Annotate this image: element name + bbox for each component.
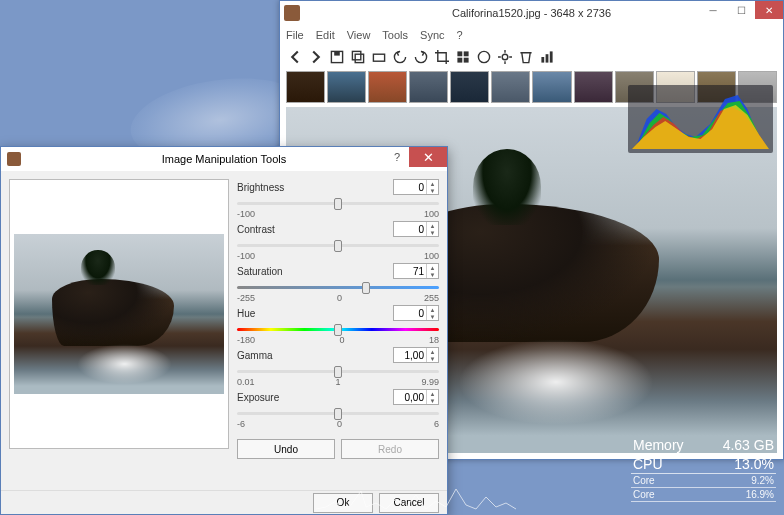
rotate-cw-icon[interactable] <box>412 48 430 66</box>
forward-icon[interactable] <box>307 48 325 66</box>
dialog-titlebar[interactable]: Image Manipulation Tools ? ✕ <box>1 147 447 171</box>
hue-input[interactable] <box>394 306 426 320</box>
brightness-spinbox[interactable]: ▲▼ <box>393 179 439 195</box>
thumbnail[interactable] <box>409 71 448 103</box>
exposure-thumb[interactable] <box>334 408 342 420</box>
open-icon[interactable] <box>370 48 388 66</box>
spin-up-icon[interactable]: ▲ <box>427 306 438 313</box>
svg-rect-11 <box>541 57 544 63</box>
exposure-input[interactable] <box>394 390 426 404</box>
menu-tools[interactable]: Tools <box>382 29 408 41</box>
spin-up-icon[interactable]: ▲ <box>427 348 438 355</box>
contrast-input[interactable] <box>394 222 426 236</box>
spin-down-icon[interactable]: ▼ <box>427 229 438 236</box>
spin-down-icon[interactable]: ▼ <box>427 271 438 278</box>
toolbar <box>280 45 783 69</box>
chart-icon[interactable] <box>538 48 556 66</box>
histogram-overlay[interactable] <box>628 85 773 153</box>
save-icon[interactable] <box>328 48 346 66</box>
undo-button[interactable]: Undo <box>237 439 335 459</box>
thumbnail[interactable] <box>286 71 325 103</box>
gamma-input[interactable] <box>394 348 426 362</box>
redo-button[interactable]: Redo <box>341 439 439 459</box>
svg-rect-5 <box>457 51 462 56</box>
slider-contrast: Contrast ▲▼ -100100 <box>237 221 439 261</box>
minimize-button[interactable]: ─ <box>699 1 727 19</box>
close-button[interactable]: ✕ <box>755 1 783 19</box>
memory-value: 4.63 GB <box>723 437 774 453</box>
gamma-thumb[interactable] <box>334 366 342 378</box>
spin-up-icon[interactable]: ▲ <box>427 222 438 229</box>
cpu-label: CPU <box>633 456 663 472</box>
dialog-title: Image Manipulation Tools <box>162 153 287 165</box>
spin-down-icon[interactable]: ▼ <box>427 187 438 194</box>
saturation-label: Saturation <box>237 266 283 277</box>
app-icon <box>284 5 300 21</box>
hue-track[interactable] <box>237 322 439 336</box>
spin-up-icon[interactable]: ▲ <box>427 390 438 397</box>
brightness-label: Brightness <box>237 182 284 193</box>
slider-panel: Brightness ▲▼ -100100 Contrast ▲▼ -10010… <box>237 179 439 482</box>
dialog-help-button[interactable]: ? <box>385 147 409 167</box>
thumbnail[interactable] <box>368 71 407 103</box>
menubar: File Edit View Tools Sync ? <box>280 25 783 45</box>
svg-rect-7 <box>457 58 462 63</box>
crop-icon[interactable] <box>433 48 451 66</box>
exposure-spinbox[interactable]: ▲▼ <box>393 389 439 405</box>
saturation-spinbox[interactable]: ▲▼ <box>393 263 439 279</box>
svg-point-10 <box>502 54 508 60</box>
exposure-track[interactable] <box>237 406 439 420</box>
brightness-thumb[interactable] <box>334 198 342 210</box>
hue-label: Hue <box>237 308 255 319</box>
svg-rect-2 <box>352 51 360 59</box>
contrast-thumb[interactable] <box>334 240 342 252</box>
back-icon[interactable] <box>286 48 304 66</box>
menu-edit[interactable]: Edit <box>316 29 335 41</box>
core2-label: Core <box>633 489 655 500</box>
info-icon[interactable] <box>475 48 493 66</box>
menu-sync[interactable]: Sync <box>420 29 444 41</box>
thumbnail[interactable] <box>491 71 530 103</box>
spin-up-icon[interactable]: ▲ <box>427 264 438 271</box>
hue-spinbox[interactable]: ▲▼ <box>393 305 439 321</box>
gamma-track[interactable] <box>237 364 439 378</box>
filters-icon[interactable] <box>454 48 472 66</box>
spin-up-icon[interactable]: ▲ <box>427 180 438 187</box>
rotate-ccw-icon[interactable] <box>391 48 409 66</box>
thumbnail[interactable] <box>574 71 613 103</box>
preview-pane <box>9 179 229 449</box>
preview-image <box>14 234 224 394</box>
spin-down-icon[interactable]: ▼ <box>427 355 438 362</box>
thumbnail[interactable] <box>532 71 571 103</box>
brightness-input[interactable] <box>394 180 426 194</box>
contrast-track[interactable] <box>237 238 439 252</box>
svg-rect-6 <box>464 51 469 56</box>
slider-brightness: Brightness ▲▼ -100100 <box>237 179 439 219</box>
spin-down-icon[interactable]: ▼ <box>427 397 438 404</box>
thumbnail[interactable] <box>327 71 366 103</box>
saturation-thumb[interactable] <box>362 282 370 294</box>
settings-icon[interactable] <box>496 48 514 66</box>
maximize-button[interactable]: ☐ <box>727 1 755 19</box>
window-title: Califorina1520.jpg - 3648 x 2736 <box>452 7 611 19</box>
menu-file[interactable]: File <box>286 29 304 41</box>
menu-view[interactable]: View <box>347 29 371 41</box>
trash-icon[interactable] <box>517 48 535 66</box>
svg-rect-12 <box>546 54 549 62</box>
saturation-track[interactable] <box>237 280 439 294</box>
copy-icon[interactable] <box>349 48 367 66</box>
contrast-spinbox[interactable]: ▲▼ <box>393 221 439 237</box>
hue-thumb[interactable] <box>334 324 342 336</box>
thumbnail[interactable] <box>450 71 489 103</box>
slider-gamma: Gamma ▲▼ 0.0119.99 <box>237 347 439 387</box>
brightness-track[interactable] <box>237 196 439 210</box>
slider-hue: Hue ▲▼ -180018 <box>237 305 439 345</box>
main-titlebar[interactable]: Califorina1520.jpg - 3648 x 2736 ─ ☐ ✕ <box>280 1 783 25</box>
dialog-close-button[interactable]: ✕ <box>409 147 447 167</box>
spin-down-icon[interactable]: ▼ <box>427 313 438 320</box>
saturation-input[interactable] <box>394 264 426 278</box>
slider-saturation: Saturation ▲▼ -2550255 <box>237 263 439 303</box>
gamma-spinbox[interactable]: ▲▼ <box>393 347 439 363</box>
slider-exposure: Exposure ▲▼ -606 <box>237 389 439 429</box>
menu-help[interactable]: ? <box>457 29 463 41</box>
